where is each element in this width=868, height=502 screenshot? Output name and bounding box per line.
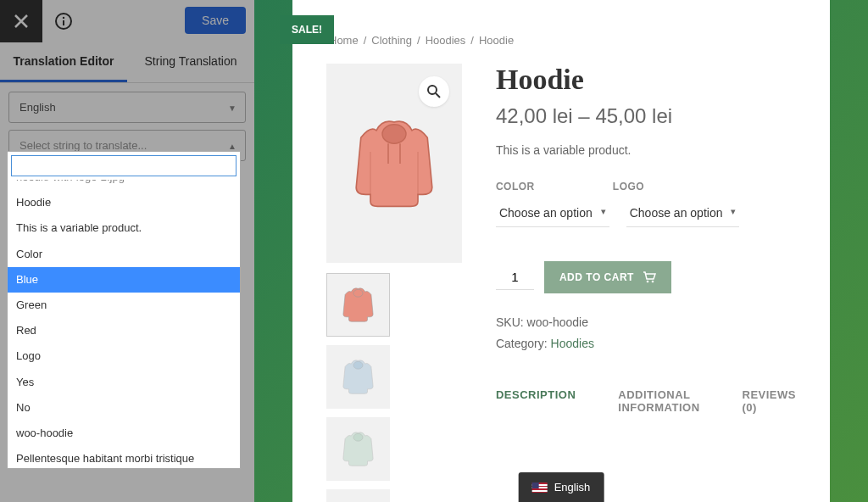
svg-point-8 (353, 433, 363, 441)
product-thumbnail[interactable] (326, 345, 390, 409)
breadcrumb-item[interactable]: Clothing (371, 34, 412, 47)
logo-select[interactable]: Choose an option (626, 199, 740, 227)
svg-point-3 (428, 86, 437, 94)
breadcrumb-item[interactable]: Hoodies (426, 34, 466, 47)
tab-string-translation[interactable]: String Translation (127, 42, 254, 82)
dropdown-item[interactable]: woo-hoodie (8, 421, 240, 446)
dropdown-item[interactable]: Green (8, 293, 240, 318)
svg-point-5 (382, 124, 406, 142)
product-tab[interactable]: ADDITIONAL INFORMATION (618, 388, 699, 414)
dropdown-item[interactable]: Blue (8, 267, 240, 293)
svg-point-10 (647, 281, 649, 283)
sku-value: woo-hoodie (527, 315, 588, 329)
color-label: COLOR (496, 181, 535, 192)
dropdown-item[interactable]: Pellentesque habitant morbi tristique se… (8, 446, 240, 468)
add-to-cart-button[interactable]: ADD TO CART (544, 261, 671, 293)
string-select-placeholder: Select string to translate... (19, 139, 147, 152)
magnify-button[interactable] (419, 76, 449, 107)
dropdown-item[interactable]: hoodie-with-logo-2.jpg (8, 180, 240, 190)
category-link[interactable]: Hoodies (551, 337, 594, 350)
product-title: Hoodie (496, 64, 796, 96)
chevron-down-icon: ▼ (228, 103, 236, 112)
sale-badge: SALE! (280, 15, 334, 44)
add-to-cart-label: ADD TO CART (559, 271, 634, 283)
string-dropdown: hoodie-with-logo-2.jpgHoodieThis is a va… (7, 151, 241, 469)
product-thumbnail[interactable] (326, 417, 390, 481)
cart-icon (643, 271, 656, 283)
tab-translation-editor[interactable]: Translation Editor (0, 42, 127, 82)
search-icon (426, 84, 442, 99)
language-select-value: English (19, 101, 56, 114)
hoodie-illustration (335, 104, 453, 223)
dropdown-item[interactable]: Yes (8, 370, 240, 395)
chevron-up-icon: ▲ (228, 141, 236, 150)
category-label: Category: (496, 337, 548, 350)
product-description: This is a variable product. (496, 143, 796, 157)
language-select[interactable]: English ▼ (8, 92, 246, 123)
dropdown-item[interactable]: Logo (8, 343, 240, 369)
dropdown-item[interactable]: Hoodie (8, 190, 240, 215)
dropdown-search-input[interactable] (11, 155, 236, 176)
close-button[interactable] (0, 0, 42, 42)
language-switcher[interactable]: English (519, 472, 604, 502)
svg-point-11 (652, 281, 654, 283)
product-tab[interactable]: DESCRIPTION (496, 388, 576, 414)
svg-line-4 (436, 93, 440, 98)
save-button[interactable]: Save (185, 7, 246, 34)
product-tab[interactable]: REVIEWS (0) (743, 388, 796, 414)
product-price: 42,00 lei – 45,00 lei (496, 104, 796, 128)
close-icon (14, 14, 29, 29)
svg-point-6 (353, 289, 363, 297)
dropdown-item[interactable]: Red (8, 318, 240, 343)
svg-point-1 (63, 17, 64, 19)
product-thumbnail[interactable] (326, 273, 390, 337)
sku-label: SKU: (496, 315, 524, 329)
quantity-input[interactable] (496, 265, 534, 290)
preview-pane: SALE! Home/Clothing/Hoodies/Hoodie (254, 0, 868, 502)
svg-point-7 (353, 361, 363, 369)
dropdown-list[interactable]: hoodie-with-logo-2.jpgHoodieThis is a va… (8, 180, 240, 468)
dropdown-item[interactable]: This is a variable product. (8, 215, 240, 241)
breadcrumb-item: Hoodie (479, 34, 514, 47)
logo-label: LOGO (613, 181, 644, 192)
dropdown-item[interactable]: Color (8, 242, 240, 267)
product-main-image[interactable] (326, 64, 462, 263)
us-flag-icon (532, 482, 548, 493)
color-select[interactable]: Choose an option (496, 199, 609, 227)
info-icon (54, 12, 73, 31)
breadcrumb: Home/Clothing/Hoodies/Hoodie (326, 34, 796, 47)
info-button[interactable] (42, 0, 85, 42)
product-thumbnail[interactable] (326, 489, 390, 502)
language-switcher-label: English (554, 481, 591, 494)
svg-rect-2 (63, 20, 64, 25)
dropdown-item[interactable]: No (8, 395, 240, 421)
